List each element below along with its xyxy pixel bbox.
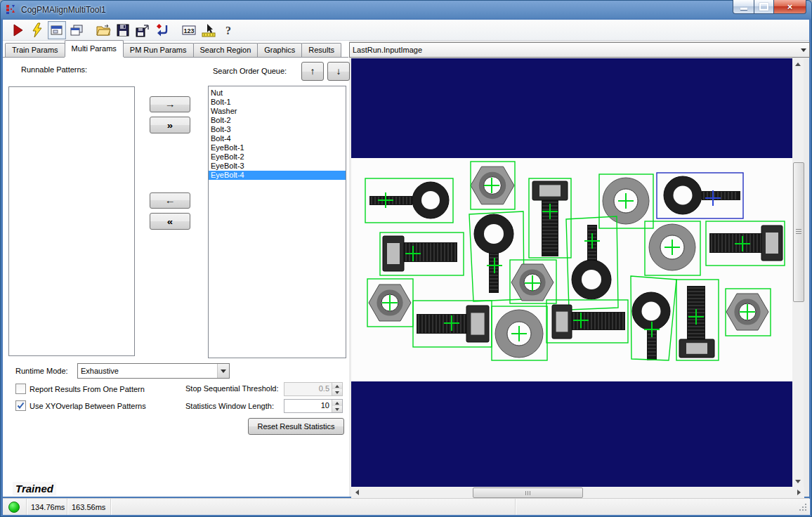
queue-move-down-button[interactable]: ↓: [327, 62, 350, 81]
scroll-left-button[interactable]: [351, 487, 362, 498]
float-window-icon[interactable]: [48, 21, 66, 39]
queue-item-nut[interactable]: Nut: [209, 89, 346, 98]
tab-results[interactable]: Results: [301, 43, 341, 57]
numeric-display-icon[interactable]: 123: [180, 21, 198, 39]
queue-item-washer[interactable]: Washer: [209, 107, 346, 116]
spinner-buttons[interactable]: [332, 383, 342, 395]
open-file-icon[interactable]: [94, 21, 112, 39]
double-arrow-left-icon: «: [167, 216, 173, 226]
display-image-selector[interactable]: LastRun.InputImage: [349, 42, 810, 58]
pointer-tool-icon[interactable]: [199, 21, 218, 39]
arrow-down-icon: ↓: [336, 67, 341, 77]
queue-item-eyebolt-1[interactable]: EyeBolt-1: [209, 143, 346, 152]
queue-item-bolt-4[interactable]: Bolt-4: [209, 134, 346, 143]
vertical-scrollbar[interactable]: [792, 58, 804, 487]
save-as-icon[interactable]: [133, 21, 152, 39]
tab-graphics[interactable]: Graphics: [257, 43, 302, 57]
runtime-mode-value: Exhaustive: [78, 367, 217, 375]
tab-multi-params[interactable]: Multi Params: [65, 40, 124, 57]
tab-pm-run-params[interactable]: PM Run Params: [123, 43, 194, 57]
maximize-icon: [759, 3, 768, 11]
tab-search-region[interactable]: Search Region: [193, 43, 258, 57]
queue-item-bolt-3[interactable]: Bolt-3: [209, 125, 346, 134]
svg-text:123: 123: [183, 27, 194, 34]
queue-item-bolt-1[interactable]: Bolt-1: [209, 98, 346, 107]
stop-sequential-threshold-spinner[interactable]: 0.5: [284, 382, 343, 396]
search-order-queue-label: Search Order Queue:: [213, 67, 287, 75]
minimize-button[interactable]: [733, 0, 754, 14]
run-time-cell: 134.76ms: [27, 499, 67, 515]
title-bar[interactable]: CogPMAlignMultiTool1 ×: [0, 0, 812, 20]
run-electric-icon[interactable]: [28, 21, 46, 39]
close-icon: ×: [787, 1, 793, 12]
scroll-up-button[interactable]: [792, 58, 804, 70]
total-time-cell: 163.56ms: [67, 499, 111, 515]
move-right-button[interactable]: →: [150, 96, 190, 112]
maximize-button[interactable]: [754, 0, 774, 14]
report-results-label: Report Results From One Pattern: [30, 385, 145, 393]
report-results-checkbox[interactable]: [15, 384, 26, 394]
use-xyoverlap-checkbox[interactable]: [15, 400, 26, 411]
search-order-queue-listbox[interactable]: NutBolt-1WasherBolt-2Bolt-3Bolt-4EyeBolt…: [208, 86, 346, 358]
runtime-mode-label: Runtime Mode:: [15, 367, 68, 375]
reset-tool-icon[interactable]: [153, 21, 171, 39]
tab-train-params[interactable]: Train Params: [5, 43, 65, 57]
trained-status-label: Trained: [13, 482, 56, 495]
horizontal-scroll-thumb[interactable]: [473, 487, 583, 498]
statistics-window-length-label: Statistics Window Length:: [185, 402, 274, 410]
queue-move-up-button[interactable]: ↑: [301, 62, 324, 81]
vertical-scroll-thumb[interactable]: [793, 162, 804, 302]
move-all-right-button[interactable]: »: [150, 117, 190, 133]
chevron-down-icon: [798, 43, 809, 57]
use-xyoverlap-label: Use XYOverlap Between Patterns: [30, 402, 146, 410]
statistics-window-length-spinner[interactable]: 10: [284, 399, 343, 413]
save-file-icon[interactable]: [114, 21, 132, 39]
scroll-right-button[interactable]: [793, 487, 804, 498]
stop-sequential-threshold-label: Stop Sequential Threshold:: [185, 384, 279, 393]
queue-item-eyebolt-3[interactable]: EyeBolt-3: [209, 162, 346, 171]
scroll-down-button[interactable]: [792, 476, 804, 487]
display-image-selector-value: LastRun.InputImage: [350, 46, 798, 54]
queue-item-eyebolt-4[interactable]: EyeBolt-4: [209, 171, 346, 180]
status-spacer-cell: [111, 499, 516, 515]
app-icon: [6, 4, 17, 15]
arrow-left-icon: ←: [165, 196, 176, 206]
status-spacer-cell: [516, 499, 809, 515]
arrow-right-icon: →: [165, 100, 176, 110]
stop-sequential-threshold-value: 0.5: [284, 383, 332, 395]
input-image: [351, 158, 792, 381]
copy-results-window-icon[interactable]: [67, 21, 86, 39]
move-left-button[interactable]: ←: [150, 192, 190, 209]
move-all-left-button[interactable]: «: [150, 213, 190, 230]
queue-item-bolt-2[interactable]: Bolt-2: [209, 116, 346, 125]
chevron-down-icon: [217, 364, 229, 378]
status-indicator-icon: [8, 502, 20, 513]
double-arrow-right-icon: »: [167, 120, 173, 130]
resize-grip-icon[interactable]: [799, 503, 807, 513]
run-icon[interactable]: [8, 21, 27, 39]
cogpmalign-tool-window: CogPMAlignMultiTool1 × 123? Train Params…: [0, 0, 812, 517]
horizontal-scrollbar[interactable]: [351, 487, 804, 498]
toolbar: 123?: [3, 20, 809, 41]
status-indicator-cell: [3, 499, 27, 515]
close-button[interactable]: ×: [774, 0, 806, 14]
runnable-patterns-label: Runnable Patterns:: [21, 65, 87, 74]
runtime-mode-combobox[interactable]: Exhaustive: [77, 363, 230, 379]
tab-strip: Train ParamsMulti ParamsPM Run ParamsSea…: [3, 43, 348, 58]
minimize-icon: [740, 8, 747, 10]
reset-result-statistics-label: Reset Result Statistics: [257, 422, 334, 431]
window-title: CogPMAlignMultiTool1: [21, 5, 106, 15]
statistics-window-length-value: 10: [284, 400, 332, 412]
image-display[interactable]: [351, 58, 792, 487]
help-icon[interactable]: ?: [219, 21, 237, 39]
svg-text:?: ?: [225, 25, 231, 37]
arrow-up-icon: ↑: [310, 67, 315, 77]
runnable-patterns-listbox[interactable]: [8, 86, 135, 356]
spinner-buttons[interactable]: [332, 400, 342, 412]
reset-result-statistics-button[interactable]: Reset Result Statistics: [248, 418, 344, 435]
queue-item-eyebolt-2[interactable]: EyeBolt-2: [209, 152, 346, 162]
status-bar: 134.76ms 163.56ms: [3, 498, 809, 515]
